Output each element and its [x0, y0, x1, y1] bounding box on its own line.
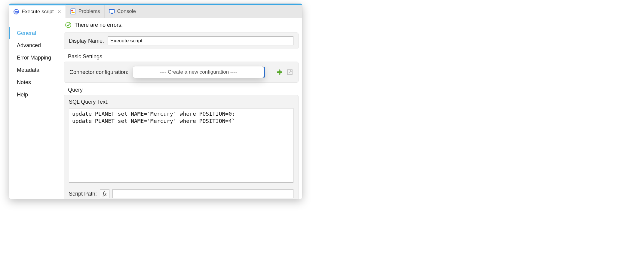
add-config-button[interactable] [277, 69, 283, 75]
sql-query-label: SQL Query Text: [69, 99, 293, 105]
script-path-label: Script Path: [69, 191, 97, 197]
expression-fx-button[interactable]: fx [100, 189, 109, 198]
query-panel: SQL Query Text: Script Path: fx [64, 95, 299, 199]
sidebar-item-advanced[interactable]: Advanced [9, 39, 63, 52]
basic-settings-title: Basic Settings [68, 53, 302, 60]
connector-config-select[interactable]: ---- Create a new configuration ---- [133, 67, 261, 78]
content-body: General Advanced Error Mapping Metadata … [9, 18, 302, 199]
edit-config-button[interactable] [287, 69, 293, 75]
sidebar-item-label: Notes [17, 79, 31, 85]
display-name-input[interactable] [108, 36, 293, 45]
display-name-panel: Display Name: [64, 32, 299, 49]
sql-query-textarea[interactable] [69, 108, 293, 183]
sidebar-item-label: General [17, 30, 36, 36]
sidebar-item-label: Metadata [17, 67, 39, 73]
status-bar: There are no errors. [63, 18, 302, 31]
sidebar-item-general[interactable]: General [9, 27, 63, 39]
success-check-icon [65, 22, 72, 28]
connector-config-label: Connector configuration: [69, 69, 128, 75]
editor-window: Execute script ✕ Problems Consol [9, 4, 302, 199]
tab-execute-script[interactable]: Execute script ✕ [9, 5, 66, 18]
tab-problems[interactable]: Problems [66, 5, 105, 18]
main-panel: There are no errors. Display Name: Basic… [63, 18, 302, 199]
svg-rect-2 [70, 9, 76, 14]
sidebar-item-error-mapping[interactable]: Error Mapping [9, 52, 63, 64]
fx-icon: fx [103, 191, 107, 197]
sidebar-item-help[interactable]: Help [9, 89, 63, 101]
status-message: There are no errors. [75, 22, 123, 28]
execute-script-icon [13, 9, 19, 15]
svg-rect-11 [277, 72, 282, 73]
tab-bar: Execute script ✕ Problems Consol [9, 5, 302, 18]
sidebar-item-label: Advanced [17, 42, 41, 48]
svg-point-1 [15, 10, 18, 11]
sidebar-item-metadata[interactable]: Metadata [9, 64, 63, 76]
problems-icon [70, 8, 76, 14]
sidebar-item-notes[interactable]: Notes [9, 76, 63, 89]
tab-label: Execute script [22, 9, 54, 15]
sidebar-item-label: Help [17, 92, 28, 98]
tab-label: Problems [78, 8, 100, 14]
query-title: Query [68, 87, 302, 93]
svg-rect-6 [109, 9, 114, 10]
select-popup-option[interactable]: ---- Create a new configuration ---- [133, 66, 264, 78]
display-name-label: Display Name: [69, 38, 104, 44]
script-path-input[interactable] [112, 189, 293, 198]
svg-point-3 [71, 10, 73, 11]
svg-rect-4 [72, 12, 75, 13]
select-placeholder: ---- Create a new configuration ---- [160, 69, 237, 75]
side-navigation: General Advanced Error Mapping Metadata … [9, 18, 63, 199]
svg-rect-7 [111, 13, 113, 14]
console-icon [109, 8, 115, 14]
tab-console[interactable]: Console [105, 5, 140, 18]
tab-label: Console [117, 8, 136, 14]
close-icon[interactable]: ✕ [57, 9, 61, 14]
sidebar-item-label: Error Mapping [17, 55, 51, 61]
basic-settings-panel: Connector configuration: ---- Create a n… [64, 62, 299, 83]
